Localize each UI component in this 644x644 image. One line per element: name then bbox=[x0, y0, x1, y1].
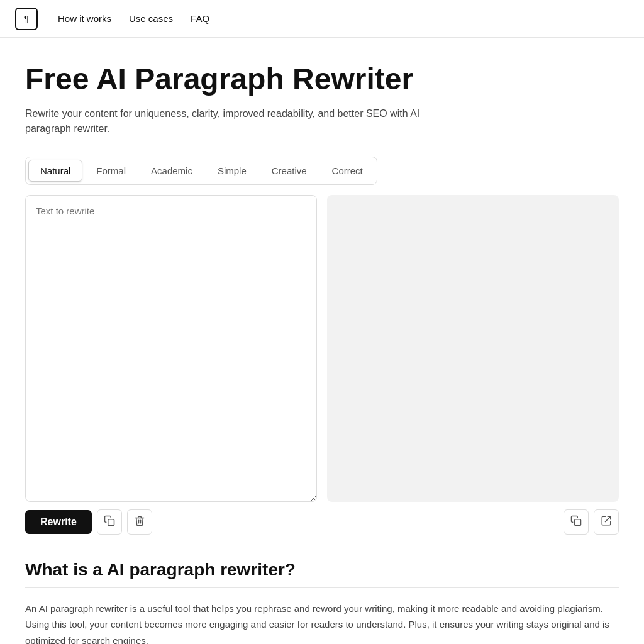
page-subtitle: Rewrite your content for uniqueness, cla… bbox=[25, 106, 465, 136]
copy-icon bbox=[104, 515, 115, 529]
nav-use-cases[interactable]: Use cases bbox=[129, 13, 173, 24]
tab-correct[interactable]: Correct bbox=[321, 160, 374, 182]
import-icon bbox=[601, 515, 612, 529]
copy-output-icon bbox=[570, 515, 582, 529]
faq-answer: An AI paragraph rewriter is a useful too… bbox=[25, 601, 619, 644]
tab-simple[interactable]: Simple bbox=[206, 160, 258, 182]
copy-button[interactable] bbox=[97, 509, 122, 535]
logo-text: ¶ bbox=[24, 14, 29, 24]
tab-creative[interactable]: Creative bbox=[260, 160, 318, 182]
nav-links: How it works Use cases FAQ bbox=[58, 13, 209, 25]
mode-tabs: Natural Formal Academic Simple Creative … bbox=[25, 157, 377, 185]
page-title: Free AI Paragraph Rewriter bbox=[25, 63, 619, 96]
toolbar-left: Rewrite bbox=[25, 509, 558, 535]
import-button[interactable] bbox=[594, 509, 619, 535]
section-divider bbox=[25, 587, 619, 588]
text-input[interactable] bbox=[25, 195, 317, 502]
tab-formal[interactable]: Formal bbox=[85, 160, 137, 182]
editor-area bbox=[25, 195, 619, 502]
svg-rect-1 bbox=[575, 519, 581, 526]
svg-rect-0 bbox=[108, 519, 114, 526]
rewrite-button[interactable]: Rewrite bbox=[25, 510, 92, 534]
main-content: Free AI Paragraph Rewriter Rewrite your … bbox=[0, 38, 644, 644]
delete-button[interactable] bbox=[127, 509, 152, 535]
output-panel bbox=[327, 195, 619, 502]
tab-academic[interactable]: Academic bbox=[140, 160, 204, 182]
tab-natural[interactable]: Natural bbox=[28, 160, 82, 182]
nav-how-it-works[interactable]: How it works bbox=[58, 13, 111, 24]
nav-faq[interactable]: FAQ bbox=[191, 13, 209, 24]
copy-output-button[interactable] bbox=[564, 509, 589, 535]
faq-title: What is a AI paragraph rewriter? bbox=[25, 560, 619, 580]
logo[interactable]: ¶ bbox=[15, 8, 38, 30]
toolbar-right bbox=[564, 509, 619, 535]
toolbar: Rewrite bbox=[25, 509, 619, 535]
input-panel bbox=[25, 195, 317, 502]
trash-icon bbox=[134, 515, 145, 529]
navbar: ¶ How it works Use cases FAQ bbox=[0, 0, 644, 38]
